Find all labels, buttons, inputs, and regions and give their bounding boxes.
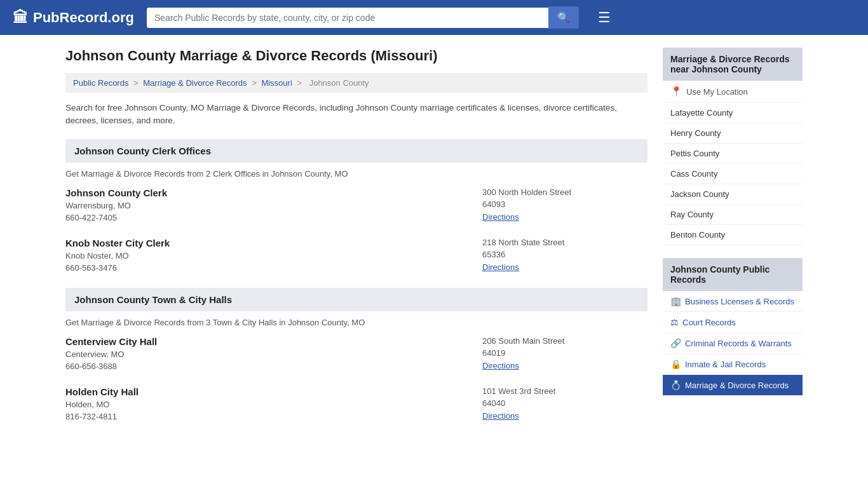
- logo-text: PubRecord.org: [33, 10, 134, 26]
- record-name: Knob Noster City Clerk: [65, 238, 482, 248]
- breadcrumb: Public Records > Marriage & Divorce Reco…: [65, 73, 648, 93]
- sidebar-item-marriage-label: Marriage & Divorce Records: [685, 381, 789, 390]
- sidebar-item-business-label: Business Licenses & Records: [685, 297, 794, 306]
- marriage-icon: 💍: [670, 380, 681, 390]
- sidebar-item-criminal-label: Criminal Records & Warrants: [685, 339, 792, 348]
- sidebar-item-court-label: Court Records: [682, 318, 736, 327]
- sidebar-county-pettis[interactable]: Pettis County: [663, 144, 803, 164]
- sidebar-item-inmate-label: Inmate & Jail Records: [685, 360, 766, 369]
- location-pin-icon: 📍: [670, 86, 682, 97]
- section-desc-cityhalls: Get Marriage & Divorce Records from 3 To…: [65, 318, 648, 327]
- section-header-clerk: Johnson County Clerk Offices: [65, 139, 648, 163]
- sidebar-item-court[interactable]: ⚖ Court Records: [663, 312, 803, 333]
- breadcrumb-sep-3: >: [297, 78, 304, 88]
- search-input[interactable]: [147, 8, 548, 28]
- record-entry-holden: Holden City Hall Holden, MO 816-732-4811…: [65, 386, 648, 421]
- record-left: Holden City Hall Holden, MO 816-732-4811: [65, 386, 482, 421]
- record-left: Centerview City Hall Centerview, MO 660-…: [65, 336, 482, 371]
- record-city: Centerview, MO: [65, 349, 482, 359]
- use-location-label: Use My Location: [686, 87, 748, 97]
- breadcrumb-link-marriage[interactable]: Marriage & Divorce Records: [143, 78, 247, 88]
- record-name: Johnson County Clerk: [65, 187, 482, 198]
- record-right: 218 North State Street 65336 Directions: [482, 238, 648, 273]
- sidebar-use-location[interactable]: 📍 Use My Location: [663, 81, 803, 103]
- record-entry-johnson-clerk: Johnson County Clerk Warrensburg, MO 660…: [65, 187, 648, 222]
- sidebar-county-benton[interactable]: Benton County: [663, 225, 803, 245]
- record-entry-centerview: Centerview City Hall Centerview, MO 660-…: [65, 336, 648, 371]
- record-zip: 64093: [482, 200, 648, 209]
- logo[interactable]: 🏛 PubRecord.org: [13, 9, 134, 27]
- sidebar-nearby-title: Marriage & Divorce Records near Johnson …: [663, 48, 803, 81]
- logo-icon: 🏛: [13, 9, 28, 27]
- record-phone: 660-563-3476: [65, 263, 482, 273]
- sidebar-county-jackson[interactable]: Jackson County: [663, 184, 803, 205]
- sidebar-item-business[interactable]: 🏢 Business Licenses & Records: [663, 291, 803, 312]
- sidebar-county-lafayette[interactable]: Lafayette County: [663, 103, 803, 123]
- record-phone: 660-656-3688: [65, 362, 482, 371]
- page-description: Search for free Johnson County, MO Marri…: [65, 102, 648, 128]
- breadcrumb-sep-2: >: [252, 78, 259, 88]
- record-right: 101 West 3rd Street 64040 Directions: [482, 386, 648, 421]
- record-city: Holden, MO: [65, 400, 482, 409]
- sidebar: Marriage & Divorce Records near Johnson …: [663, 48, 803, 437]
- breadcrumb-sep-1: >: [133, 78, 140, 88]
- record-zip: 64019: [482, 348, 648, 358]
- record-city: Warrensburg, MO: [65, 201, 482, 210]
- record-right: 300 North Holden Street 64093 Directions: [482, 187, 648, 222]
- record-phone: 816-732-4811: [65, 412, 482, 421]
- record-city: Knob Noster, MO: [65, 251, 482, 261]
- record-left: Knob Noster City Clerk Knob Noster, MO 6…: [65, 238, 482, 273]
- search-area: 🔍: [147, 6, 579, 29]
- record-address: 300 North Holden Street: [482, 187, 648, 197]
- sidebar-item-marriage[interactable]: 💍 Marriage & Divorce Records: [663, 375, 803, 396]
- sidebar-item-criminal[interactable]: 🔗 Criminal Records & Warrants: [663, 333, 803, 354]
- page-title: Johnson County Marriage & Divorce Record…: [65, 48, 648, 64]
- search-button[interactable]: 🔍: [548, 6, 579, 29]
- record-right: 206 South Main Street 64019 Directions: [482, 336, 648, 371]
- sidebar-public-records-box: Johnson County Public Records 🏢 Business…: [663, 258, 803, 396]
- search-icon: 🔍: [557, 12, 570, 23]
- site-header: 🏛 PubRecord.org 🔍 ☰: [0, 0, 868, 35]
- directions-link[interactable]: Directions: [482, 262, 519, 272]
- directions-link[interactable]: Directions: [482, 361, 519, 370]
- breadcrumb-link-missouri[interactable]: Missouri: [261, 78, 292, 88]
- record-zip: 64040: [482, 398, 648, 408]
- hamburger-icon: ☰: [598, 10, 611, 25]
- record-left: Johnson County Clerk Warrensburg, MO 660…: [65, 187, 482, 222]
- sidebar-public-records-title: Johnson County Public Records: [663, 258, 803, 291]
- record-phone: 660-422-7405: [65, 213, 482, 222]
- record-name: Holden City Hall: [65, 386, 482, 397]
- criminal-icon: 🔗: [670, 338, 681, 348]
- breadcrumb-link-public-records[interactable]: Public Records: [73, 78, 128, 88]
- menu-button[interactable]: ☰: [598, 10, 611, 26]
- sidebar-county-ray[interactable]: Ray County: [663, 205, 803, 225]
- record-entry-knob-noster: Knob Noster City Clerk Knob Noster, MO 6…: [65, 238, 648, 273]
- sidebar-county-henry[interactable]: Henry County: [663, 123, 803, 144]
- sidebar-item-inmate[interactable]: 🔒 Inmate & Jail Records: [663, 354, 803, 375]
- sidebar-county-cass[interactable]: Cass County: [663, 164, 803, 184]
- record-address: 218 North State Street: [482, 238, 648, 247]
- breadcrumb-current: Johnson County: [309, 78, 369, 88]
- section-desc-clerk: Get Marriage & Divorce Records from 2 Cl…: [65, 169, 648, 179]
- business-icon: 🏢: [670, 296, 681, 306]
- inmate-icon: 🔒: [670, 359, 681, 369]
- record-address: 206 South Main Street: [482, 336, 648, 346]
- record-address: 101 West 3rd Street: [482, 386, 648, 396]
- content-area: Johnson County Marriage & Divorce Record…: [65, 48, 648, 437]
- sidebar-nearby-box: Marriage & Divorce Records near Johnson …: [663, 48, 803, 245]
- court-icon: ⚖: [670, 317, 679, 327]
- record-zip: 65336: [482, 250, 648, 259]
- main-container: Johnson County Marriage & Divorce Record…: [53, 35, 815, 449]
- section-header-cityhalls: Johnson County Town & City Halls: [65, 288, 648, 311]
- record-name: Centerview City Hall: [65, 336, 482, 347]
- directions-link[interactable]: Directions: [482, 212, 519, 222]
- directions-link[interactable]: Directions: [482, 411, 519, 421]
